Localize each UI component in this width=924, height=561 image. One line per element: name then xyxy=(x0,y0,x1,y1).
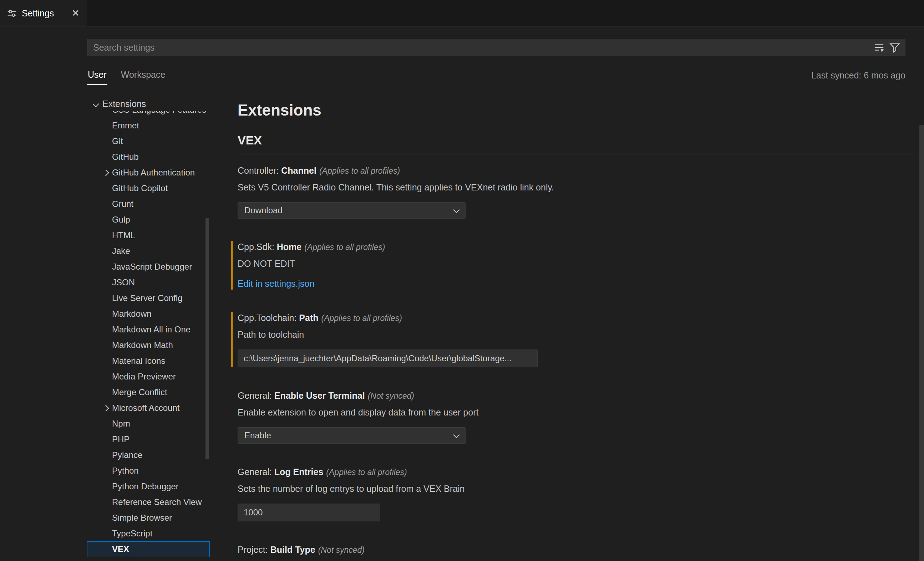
setting-text-input[interactable]: c:\Users\jenna_juechter\AppData\Roaming\… xyxy=(238,350,538,368)
toc-item-media-previewer[interactable]: Media Previewer xyxy=(87,369,210,384)
section-divider xyxy=(238,154,916,154)
toc-item-reference-search-view[interactable]: Reference Search View xyxy=(87,494,210,510)
toc-item-grunt[interactable]: Grunt xyxy=(87,196,210,212)
toc-item-label: GitHub Copilot xyxy=(112,183,168,193)
toc-item-live-server-config[interactable]: Live Server Config xyxy=(87,290,210,306)
setting-description: Sets V5 Controller Radio Channel. This s… xyxy=(238,181,916,193)
setting-name: Enable User Terminal xyxy=(274,390,365,400)
setting-category: General: xyxy=(238,467,272,477)
setting-dropdown[interactable]: Enable xyxy=(238,427,466,444)
toc-item-json[interactable]: JSON xyxy=(87,274,210,290)
close-icon[interactable]: ✕ xyxy=(71,9,80,18)
settings-sliders-icon xyxy=(7,9,17,18)
toc-item-label: Npm xyxy=(112,419,130,429)
search-input[interactable] xyxy=(92,42,874,53)
chevron-right-icon xyxy=(102,405,109,411)
setting-name: Channel xyxy=(281,165,316,176)
toc-item-label: Material Icons xyxy=(112,356,165,366)
setting-label: Cpp.Sdk: Home(Applies to all profiles) xyxy=(238,241,916,253)
settings-toc: CSS Language FeaturesEmmetGitGitHubGitHu… xyxy=(87,96,210,561)
toc-item-markdown-all-in-one[interactable]: Markdown All in One xyxy=(87,322,210,338)
toc-item-javascript-debugger[interactable]: JavaScript Debugger xyxy=(87,259,210,274)
toc-item-npm[interactable]: Npm xyxy=(87,416,210,432)
toc-item-microsoft-account[interactable]: Microsoft Account xyxy=(87,400,210,416)
setting-text-input[interactable]: 1000 xyxy=(238,504,380,521)
toc-scrollbar[interactable] xyxy=(206,218,209,459)
setting-row-general-enable-user-terminal: General: Enable User Terminal(Not synced… xyxy=(231,390,916,444)
toc-item-label: Simple Browser xyxy=(112,513,172,523)
vscode-settings-window: { "window": { "tab_title": "Settings" },… xyxy=(0,0,924,561)
toc-item-typescript[interactable]: TypeScript xyxy=(87,526,210,542)
setting-label: General: Enable User Terminal(Not synced… xyxy=(238,390,916,402)
chevron-down-icon xyxy=(92,100,99,107)
toc-item-simple-browser[interactable]: Simple Browser xyxy=(87,510,210,526)
toc-item-emmet[interactable]: Emmet xyxy=(87,118,210,134)
toc-item-merge-conflict[interactable]: Merge Conflict xyxy=(87,384,210,400)
toc-item-github[interactable]: GitHub xyxy=(87,149,210,165)
toc-item-python[interactable]: Python xyxy=(87,463,210,478)
toc-item-gulp[interactable]: Gulp xyxy=(87,212,210,228)
toc-item-git[interactable]: Git xyxy=(87,134,210,149)
setting-row-controller-channel: Controller: Channel(Applies to all profi… xyxy=(231,164,916,219)
toc-item-label: Merge Conflict xyxy=(112,387,167,397)
filter-settings-icon[interactable] xyxy=(890,42,900,53)
toc-item-github-copilot[interactable]: GitHub Copilot xyxy=(87,180,210,196)
last-synced-label: Last synced: 6 mos ago xyxy=(811,70,906,85)
toc-item-python-debugger[interactable]: Python Debugger xyxy=(87,478,210,494)
toc-item-label: Markdown Math xyxy=(112,340,173,350)
page-title: Extensions xyxy=(238,100,916,120)
toc-item-label: Python xyxy=(112,466,139,476)
toc-item-label: VEX xyxy=(112,544,129,554)
chevron-right-icon xyxy=(102,170,109,176)
toc-item-label: Emmet xyxy=(112,120,139,130)
toc-root-extensions[interactable]: Extensions xyxy=(87,96,210,111)
page-scrollbar[interactable] xyxy=(920,125,924,561)
setting-description: Enable extension to open and display dat… xyxy=(238,406,916,418)
setting-label: General: Log Entries(Applies to all prof… xyxy=(238,466,916,478)
toc-item-label: PHP xyxy=(112,434,129,444)
clear-search-results-icon[interactable] xyxy=(874,42,884,53)
toc-item-label: HTML xyxy=(112,230,135,240)
tab-workspace[interactable]: Workspace xyxy=(120,69,166,85)
setting-row-cpp-sdk-home: Cpp.Sdk: Home(Applies to all profiles)DO… xyxy=(231,241,916,290)
toc-item-markdown[interactable]: Markdown xyxy=(87,306,210,322)
setting-scope-badge: (Applies to all profiles) xyxy=(319,166,400,176)
toc-item-pylance[interactable]: Pylance xyxy=(87,447,210,463)
toc-item-label: GitHub Authentication xyxy=(112,168,195,178)
setting-description: DO NOT EDIT xyxy=(238,258,916,270)
tab-settings[interactable]: Settings ✕ xyxy=(0,0,87,26)
edit-in-settings-json-link[interactable]: Edit in settings.json xyxy=(238,278,314,290)
toc-item-html[interactable]: HTML xyxy=(87,228,210,243)
setting-scope-badge: (Not synced) xyxy=(318,545,364,555)
settings-body: Extensions VEX Controller: Channel(Appli… xyxy=(238,93,916,556)
toc-item-label: JavaScript Debugger xyxy=(112,262,192,272)
setting-dropdown[interactable]: Download xyxy=(238,202,466,219)
input-value: 1000 xyxy=(244,507,262,518)
toc-item-label: Pylance xyxy=(112,450,142,460)
setting-row-general-log-entries: General: Log Entries(Applies to all prof… xyxy=(231,466,916,521)
tab-user[interactable]: User xyxy=(87,69,107,85)
toc-item-label: TypeScript xyxy=(112,528,152,538)
settings-search-bar xyxy=(87,39,906,56)
input-value: c:\Users\jenna_juechter\AppData\Roaming\… xyxy=(244,353,512,363)
dropdown-value: Download xyxy=(244,206,282,215)
chevron-down-icon xyxy=(453,207,459,213)
setting-scope-badge: (Not synced) xyxy=(368,391,414,400)
toc-item-material-icons[interactable]: Material Icons xyxy=(87,353,210,369)
settings-scope-tabs: User Workspace Last synced: 6 mos ago xyxy=(87,67,906,85)
section-title-vex: VEX xyxy=(238,133,916,148)
toc-item-markdown-math[interactable]: Markdown Math xyxy=(87,338,210,353)
toc-item-jake[interactable]: Jake xyxy=(87,243,210,259)
toc-list: CSS Language FeaturesEmmetGitGitHubGitHu… xyxy=(87,102,210,557)
toc-item-label: GitHub xyxy=(112,152,139,162)
setting-label: Controller: Channel(Applies to all profi… xyxy=(238,164,916,177)
editor-tab-bar: Settings ✕ xyxy=(0,0,924,27)
toc-item-label: Grunt xyxy=(112,199,134,209)
setting-name: Home xyxy=(277,242,302,252)
toc-item-vex[interactable]: VEX xyxy=(87,542,210,557)
toc-item-github-authentication[interactable]: GitHub Authentication xyxy=(87,165,210,180)
toc-item-php[interactable]: PHP xyxy=(87,432,210,447)
toc-item-label: Microsoft Account xyxy=(112,403,180,413)
setting-description: Path to toolchain xyxy=(238,328,916,340)
setting-category: Cpp.Sdk: xyxy=(238,242,274,252)
